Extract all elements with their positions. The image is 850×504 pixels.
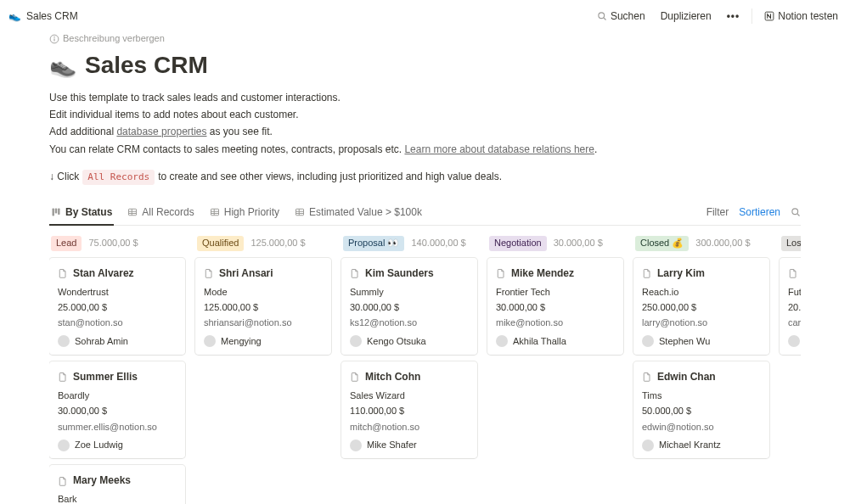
card-owner-row: Mike Shafer [350, 439, 469, 451]
card-title: Larry Kim [657, 266, 705, 281]
more-button[interactable]: ••• [723, 7, 744, 26]
card-company: Frontier Tech [496, 286, 615, 299]
avatar [642, 335, 654, 347]
board-column: Negotiation30.000,00 $Mike MendezFrontie… [487, 236, 623, 504]
column-header[interactable]: Closed 💰300.000,00 $ [635, 236, 769, 250]
board-card[interactable]: Kim SaundersSummly30.000,00 $ks12@notion… [341, 258, 477, 355]
column-sum: 30.000,00 $ [554, 237, 603, 249]
card-value: 30.000,00 $ [58, 405, 177, 417]
table-icon [295, 207, 305, 217]
search-button[interactable]: Suchen [594, 7, 649, 26]
card-title: Kim Saunders [365, 266, 434, 281]
card-title: Shri Ansari [219, 266, 273, 281]
page-emoji-icon[interactable]: 👟 [49, 50, 76, 81]
card-company: Reach.io [642, 286, 761, 299]
svg-point-21 [792, 209, 798, 215]
duplicate-label: Duplizieren [661, 9, 712, 24]
card-email: stan@notion.so [58, 316, 177, 329]
notion-logo-icon [764, 11, 774, 21]
table-icon [127, 207, 138, 217]
card-company: Future Labs [788, 286, 801, 299]
sneaker-icon: 👟 [8, 9, 21, 24]
table-icon [210, 207, 220, 217]
search-icon[interactable] [791, 207, 801, 217]
board-card[interactable]: Mitch CohnSales Wizard110.000,00 $mitch@… [341, 361, 477, 458]
board-column: Lead75.000,00 $Stan AlvarezWondertrust25… [49, 236, 185, 504]
page-icon [642, 268, 652, 278]
card-owner: Zoe Ludwig [75, 439, 123, 451]
board-card[interactable]: Shri AnsariMode125.000,00 $shriansari@no… [195, 258, 331, 355]
card-company: Tims [642, 389, 761, 402]
status-pill: Closed 💰 [635, 236, 689, 250]
desc-line-1: Use this template to track sales leads a… [49, 89, 801, 106]
card-email: shriansari@notion.so [204, 316, 323, 329]
avatar [58, 335, 70, 347]
card-company: Wondertrust [58, 286, 177, 299]
card-owner: Mengying [221, 335, 262, 348]
breadcrumb[interactable]: 👟 Sales CRM [8, 9, 78, 24]
page-icon [788, 268, 798, 278]
sort-button[interactable]: Sortieren [739, 205, 780, 220]
board-card[interactable]: Carrie DukeFuture Labs20.000,00 $carrie@… [780, 258, 801, 355]
card-title: Edwin Chan [657, 370, 716, 384]
card-owner-row: Stephen Wu [642, 335, 761, 348]
db-properties-link[interactable]: database properties [116, 126, 206, 137]
board-card[interactable]: Mike MendezFrontier Tech30.000,00 $mike@… [487, 258, 623, 355]
card-owner: Mike Shafer [367, 439, 417, 451]
tab-est-value[interactable]: Estimated Value > $100k [293, 200, 424, 227]
page-icon [642, 372, 652, 382]
board-card[interactable]: Summer EllisBoardly30.000,00 $summer.ell… [49, 361, 185, 458]
db-relations-link[interactable]: Learn more about database relations here [404, 143, 594, 155]
try-notion-label: Notion testen [778, 9, 838, 24]
column-header[interactable]: Lead75.000,00 $ [51, 236, 185, 250]
page-icon [204, 268, 214, 278]
board-card[interactable]: Mary MeeksBark20.000,00 $marymeeks@notio… [49, 465, 185, 504]
tab-by-status[interactable]: By Status [49, 200, 114, 227]
card-email: summer.ellis@notion.so [58, 421, 177, 434]
board-card[interactable]: Stan AlvarezWondertrust25.000,00 $stan@n… [49, 258, 185, 355]
avatar [204, 335, 216, 347]
svg-rect-7 [55, 208, 57, 213]
card-owner: Michael Krantz [659, 439, 721, 451]
board-card[interactable]: Edwin ChanTims50.000,00 $edwin@notion.so… [633, 361, 769, 458]
card-owner-row: Zoe Ludwig [58, 439, 177, 451]
filter-button[interactable]: Filter [706, 205, 729, 220]
try-notion-button[interactable]: Notion testen [761, 7, 842, 26]
page-title[interactable]: Sales CRM [85, 48, 208, 81]
tab-all-records[interactable]: All Records [126, 200, 195, 227]
page-icon [58, 476, 68, 486]
views-controls: Filter Sortieren [706, 205, 801, 220]
page-description[interactable]: Use this template to track sales leads a… [49, 89, 801, 159]
card-owner: Akhila Thalla [513, 335, 566, 348]
board-column: Lost20.000,00 $Carrie DukeFuture Labs20.… [780, 236, 801, 504]
card-value: 30.000,00 $ [350, 301, 469, 314]
desc-line-4: You can relate CRM contacts to sales mee… [49, 141, 801, 158]
card-company: Sales Wizard [350, 389, 469, 402]
card-email: edwin@notion.so [642, 421, 761, 434]
column-header[interactable]: Proposal 👀140.000,00 $ [343, 236, 477, 250]
card-email: mitch@notion.so [350, 421, 469, 434]
column-header[interactable]: Qualified125.000,00 $ [197, 236, 331, 250]
card-title-row: Edwin Chan [642, 370, 761, 384]
page-icon [58, 268, 68, 278]
card-value: 30.000,00 $ [496, 301, 615, 314]
duplicate-button[interactable]: Duplizieren [657, 7, 715, 26]
card-title-row: Larry Kim [642, 266, 761, 281]
info-icon [49, 34, 59, 44]
column-header[interactable]: Negotiation30.000,00 $ [489, 236, 623, 250]
tab-high-priority[interactable]: High Priority [208, 200, 281, 227]
card-title-row: Mitch Cohn [350, 370, 469, 384]
svg-rect-13 [211, 209, 218, 216]
card-value: 20.000,00 $ [788, 301, 801, 314]
click-prefix: ↓ Click [49, 170, 79, 184]
column-sum: 140.000,00 $ [411, 237, 465, 249]
card-owner-row: Akhila Thalla [496, 335, 615, 348]
column-header[interactable]: Lost20.000,00 $ [781, 236, 801, 250]
tab-label: High Priority [224, 205, 279, 220]
page-icon [58, 372, 68, 382]
views-tabs: By Status All Records High Priority Esti… [49, 200, 424, 226]
hide-description-toggle[interactable]: Beschreibung verbergen [49, 32, 801, 45]
card-owner-row: Ryo [788, 335, 801, 348]
board-card[interactable]: Larry KimReach.io250.000,00 $larry@notio… [633, 258, 769, 355]
card-email: carrie@notion.so [788, 316, 801, 329]
